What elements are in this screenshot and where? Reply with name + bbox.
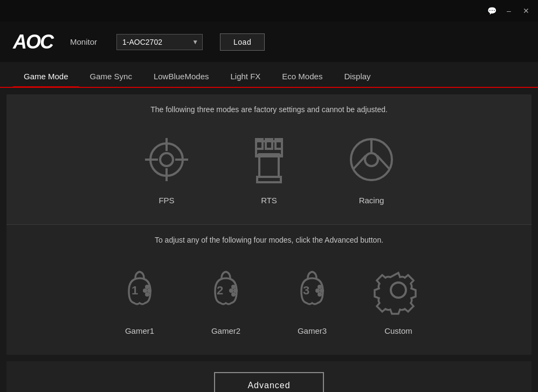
gamer3-label: Gamer3 xyxy=(298,326,327,335)
svg-point-1 xyxy=(160,153,173,166)
svg-point-34 xyxy=(391,283,406,298)
tab-light-fx[interactable]: Light FX xyxy=(219,66,271,88)
rts-icon xyxy=(239,130,299,189)
svg-point-21 xyxy=(147,288,151,293)
factory-section: The following three modes are factory se… xyxy=(6,94,532,225)
tab-lowblue[interactable]: LowBlueModes xyxy=(143,66,220,88)
gamer-modes-row: 1 Gamer1 2 xyxy=(17,255,521,344)
svg-line-17 xyxy=(353,156,366,170)
svg-point-30 xyxy=(315,288,320,293)
tab-display[interactable]: Display xyxy=(333,66,381,88)
rts-mode-item: RTS xyxy=(239,130,299,205)
chat-icon-button[interactable]: 💬 xyxy=(484,3,499,18)
svg-point-33 xyxy=(318,292,322,297)
gamer1-icon: 1 xyxy=(110,260,169,320)
main-content: The following three modes are factory se… xyxy=(6,94,532,355)
gamer1-label: Gamer1 xyxy=(125,326,154,335)
monitor-label: Monitor xyxy=(70,37,97,46)
gamer1-mode-item: 1 Gamer1 xyxy=(110,260,169,335)
advanced-button[interactable]: Advanced xyxy=(214,372,323,392)
svg-point-23 xyxy=(145,292,149,297)
svg-point-25 xyxy=(229,288,233,293)
header: AOC Monitor 1-AOC2702 ▼ Load xyxy=(0,22,538,62)
svg-point-26 xyxy=(233,288,238,293)
gamer3-mode-item: 3 Gamer3 xyxy=(282,260,342,335)
svg-text:2: 2 xyxy=(217,284,223,297)
svg-rect-7 xyxy=(259,154,279,177)
aoc-logo: AOC xyxy=(13,31,53,53)
gamer3-icon: 3 xyxy=(282,260,342,320)
racing-label: Racing xyxy=(359,196,384,205)
custom-icon xyxy=(369,260,428,320)
factory-modes-row: FPS RTS xyxy=(17,125,521,214)
racing-mode-item: Racing xyxy=(342,130,401,205)
svg-point-31 xyxy=(320,288,324,293)
svg-point-22 xyxy=(145,285,149,289)
racing-icon xyxy=(342,130,401,189)
monitor-select[interactable]: 1-AOC2702 xyxy=(116,34,203,50)
advanced-section: Advanced xyxy=(6,361,532,392)
monitor-select-wrapper: 1-AOC2702 ▼ xyxy=(116,34,203,50)
factory-description: The following three modes are factory se… xyxy=(17,105,521,114)
fps-label: FPS xyxy=(158,196,174,205)
svg-line-18 xyxy=(377,156,390,170)
svg-point-15 xyxy=(365,153,378,166)
svg-text:1: 1 xyxy=(132,284,138,297)
close-button[interactable]: ✕ xyxy=(519,3,534,18)
load-button[interactable]: Load xyxy=(220,33,265,51)
gamer-section: To adjust any of the following four mode… xyxy=(6,225,532,355)
gamer2-label: Gamer2 xyxy=(211,326,240,335)
rts-label: RTS xyxy=(261,196,277,205)
gamer-description: To adjust any of the following four mode… xyxy=(17,236,521,244)
svg-point-27 xyxy=(231,285,236,289)
fps-mode-item: FPS xyxy=(137,130,196,205)
tab-game-sync[interactable]: Game Sync xyxy=(79,66,143,88)
svg-point-32 xyxy=(318,285,322,289)
fps-icon xyxy=(137,130,196,189)
titlebar: 💬 – ✕ xyxy=(0,0,538,22)
custom-mode-item: Custom xyxy=(369,260,428,335)
gamer2-mode-item: 2 Gamer2 xyxy=(196,260,256,335)
gamer2-icon: 2 xyxy=(196,260,256,320)
tab-game-mode[interactable]: Game Mode xyxy=(13,66,79,88)
svg-point-28 xyxy=(231,292,236,297)
minimize-button[interactable]: – xyxy=(501,3,516,18)
svg-point-20 xyxy=(143,288,147,293)
custom-label: Custom xyxy=(384,326,412,335)
svg-text:3: 3 xyxy=(303,284,309,297)
tab-eco-modes[interactable]: Eco Modes xyxy=(271,66,333,88)
nav-tabs: Game Mode Game Sync LowBlueModes Light F… xyxy=(0,62,538,88)
